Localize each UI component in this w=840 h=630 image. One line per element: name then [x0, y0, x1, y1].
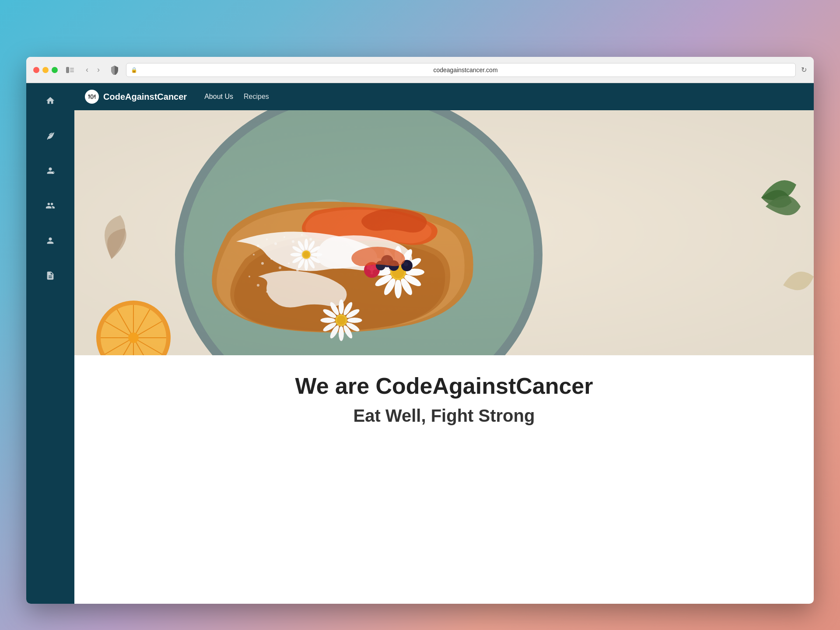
browser-content: 🍽 CodeAgainstCancer About Us Recipes	[26, 83, 814, 604]
website-nav: 🍽 CodeAgainstCancer About Us Recipes	[74, 83, 814, 110]
nav-link-recipes[interactable]: Recipes	[244, 93, 269, 101]
hero-image	[74, 110, 814, 355]
shield-icon	[108, 64, 121, 76]
users-icon[interactable]	[42, 197, 59, 214]
left-sidebar	[26, 83, 74, 604]
refresh-button[interactable]: ↻	[801, 66, 807, 74]
svg-rect-0	[66, 67, 69, 73]
content-title: We are CodeAgainstCancer	[85, 373, 803, 399]
url-text: codeagainstcancer.com	[140, 66, 791, 74]
address-bar[interactable]: 🔒 codeagainstcancer.com	[126, 63, 796, 77]
document-icon[interactable]	[42, 267, 59, 284]
person-icon[interactable]	[42, 232, 59, 249]
svg-rect-1	[70, 68, 74, 69]
nav-links: About Us Recipes	[204, 93, 269, 101]
website-content: 🍽 CodeAgainstCancer About Us Recipes	[74, 83, 814, 604]
forward-button[interactable]: ›	[94, 63, 103, 76]
logo-icon: 🍽	[85, 90, 99, 104]
svg-point-4	[52, 172, 55, 174]
website-logo: 🍽 CodeAgainstCancer	[85, 90, 187, 104]
close-button[interactable]	[33, 67, 39, 73]
browser-chrome: ‹ › 🔒 codeagainstcancer.com ↻	[26, 57, 814, 83]
website-title: CodeAgainstCancer	[103, 92, 187, 102]
svg-rect-2	[70, 70, 74, 70]
sidebar-toggle-button[interactable]	[63, 63, 77, 77]
traffic-lights	[33, 67, 58, 73]
content-section: We are CodeAgainstCancer Eat Well, Fight…	[74, 355, 814, 443]
nav-link-about[interactable]: About Us	[204, 93, 233, 101]
browser-nav-buttons: ‹ ›	[82, 63, 103, 76]
back-button[interactable]: ‹	[82, 63, 92, 76]
content-subtitle: Eat Well, Fight Strong	[85, 406, 803, 426]
home-icon[interactable]	[42, 92, 59, 109]
leaf-icon[interactable]	[42, 127, 59, 144]
svg-rect-3	[70, 71, 74, 72]
minimize-button[interactable]	[42, 67, 49, 73]
svg-rect-96	[74, 110, 814, 355]
user-settings-icon[interactable]	[42, 162, 59, 179]
lock-icon: 🔒	[131, 67, 137, 73]
maximize-button[interactable]	[52, 67, 58, 73]
browser-window: ‹ › 🔒 codeagainstcancer.com ↻	[26, 57, 814, 604]
